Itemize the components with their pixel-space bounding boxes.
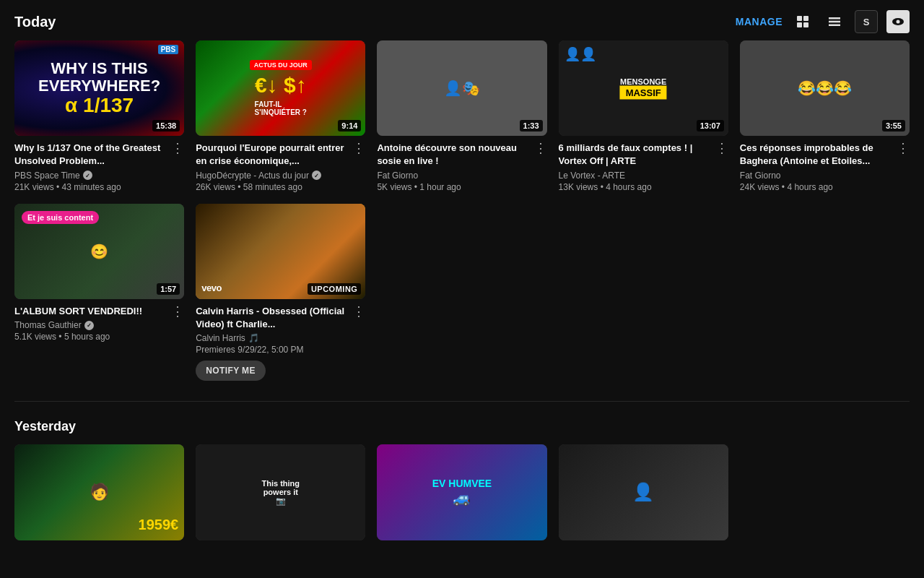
video-options-v5[interactable]: ⋮ xyxy=(897,142,910,155)
card-title-v3: Antoine découvre son nouveau sosie en li… xyxy=(377,142,533,168)
card-title-v1: Why Is 1/137 One of the Greatest Unsolve… xyxy=(14,142,171,168)
video-card-y3[interactable]: EV HUMVEE 🚙 xyxy=(377,444,546,540)
yesterday-title: Yesterday xyxy=(14,416,910,434)
today-video-grid: WHY IS THISEVERYWHERE?α 1/137 PBS 15:38 … xyxy=(14,40,910,192)
upcoming-badge-v7: UPCOMING xyxy=(308,283,362,295)
video-card-y4[interactable]: 👤 xyxy=(559,444,728,540)
video-card-arte[interactable]: MENSONGE MASSIF 👤👤 13:07 6 milliards de … xyxy=(559,40,728,192)
thumbnail-hugo: ACTUS DU JOUR €↓ $↑ FAUT-ILS'INQUIÉTER ?… xyxy=(196,40,365,136)
channel-name-v3: Fat Giorno xyxy=(377,171,418,181)
svg-rect-5 xyxy=(829,21,840,23)
verified-icon-v6 xyxy=(84,321,94,330)
thumb-text-hugo: €↓ $↑ xyxy=(255,73,307,98)
thumbnail-y1: 🧑 1959€ xyxy=(14,444,184,540)
verified-icon-v1 xyxy=(83,171,92,180)
thumb-icon-thomas: 😊 xyxy=(90,243,108,260)
tag-badge-thomas: Et je suis content xyxy=(22,211,99,224)
thumbnail-arte: MENSONGE MASSIF 👤👤 13:07 xyxy=(559,40,728,136)
svg-point-10 xyxy=(897,20,900,24)
thumb-icon-y3: 🚙 xyxy=(432,489,492,506)
svg-rect-2 xyxy=(797,22,802,27)
channel-name-v2: HugoDécrypte - Actus du jour xyxy=(196,171,309,181)
card-info-v1: Why Is 1/137 One of the Greatest Unsolve… xyxy=(14,136,184,191)
video-card-pbs[interactable]: WHY IS THISEVERYWHERE?α 1/137 PBS 15:38 … xyxy=(14,40,184,192)
vevo-logo: vevo xyxy=(201,282,222,293)
card-meta-v5: 24K views • 4 hours ago xyxy=(740,182,910,192)
card-channel-v6: Thomas Gauthier xyxy=(14,320,184,330)
thumb-faces-arte: 👤👤 xyxy=(565,46,596,62)
s-logo-icon: S xyxy=(860,15,873,28)
video-options-v7[interactable]: ⋮ xyxy=(352,305,365,318)
svg-rect-6 xyxy=(829,25,840,27)
video-card-hugo[interactable]: ACTUS DU JOUR €↓ $↑ FAUT-ILS'INQUIÉTER ?… xyxy=(196,40,365,192)
video-options-v2[interactable]: ⋮ xyxy=(352,142,365,155)
video-options-v6[interactable]: ⋮ xyxy=(171,305,184,318)
today-section: WHY IS THISEVERYWHERE?α 1/137 PBS 15:38 … xyxy=(0,40,924,395)
video-options-v3[interactable]: ⋮ xyxy=(534,142,547,155)
svg-rect-3 xyxy=(803,22,808,27)
channel-name-v4: Le Vortex - ARTE xyxy=(559,171,626,181)
card-channel-v4: Le Vortex - ARTE xyxy=(559,171,728,181)
video-card-fat1[interactable]: 👤🎭 1:33 Antoine découvre son nouveau sos… xyxy=(377,40,546,192)
card-meta-v4: 13K views • 4 hours ago xyxy=(559,182,728,192)
thumbnail-fat1: 👤🎭 1:33 xyxy=(377,40,546,136)
list-view-button[interactable] xyxy=(823,10,846,33)
yesterday-section: Yesterday 🧑 1959€ This thingpowers it📷 xyxy=(0,416,924,554)
video-card-fat2[interactable]: 😂😂😂 3:55 Ces réponses improbables de Bag… xyxy=(740,40,910,192)
card-title-v4: 6 milliards de faux comptes ! | Vortex O… xyxy=(559,142,715,168)
card-title-v2: Pourquoi l'Europe pourrait entrer en cri… xyxy=(196,142,352,168)
channel-name-v7: Calvin Harris xyxy=(196,333,245,343)
today-row2: 😊 Et je suis content 1:57 L'ALBUM SORT V… xyxy=(14,204,910,381)
card-meta-v3: 5K views • 1 hour ago xyxy=(377,182,546,192)
section-divider xyxy=(14,401,910,402)
eye-icon xyxy=(891,14,905,29)
manage-button[interactable]: MANAGE xyxy=(736,16,783,27)
video-options-v1[interactable]: ⋮ xyxy=(171,142,184,155)
thumb-icon-fat1: 👤🎭 xyxy=(444,79,480,97)
thumbnail-y2: This thingpowers it📷 xyxy=(196,444,365,540)
duration-badge-v6: 1:57 xyxy=(157,283,180,295)
sponsorblock-button[interactable]: S xyxy=(855,10,878,33)
svg-text:S: S xyxy=(863,17,870,27)
watch-history-button[interactable] xyxy=(886,10,910,33)
video-options-v4[interactable]: ⋮ xyxy=(715,142,728,155)
card-title-v5: Ces réponses improbables de Baghera (Ant… xyxy=(740,142,897,168)
thumb-text-pbs: WHY IS THISEVERYWHERE?α 1/137 xyxy=(38,60,160,117)
card-title-v6: L'ALBUM SORT VENDREDI!! xyxy=(14,305,171,318)
channel-name-v1: PBS Space Time xyxy=(14,171,80,181)
video-card-calvin[interactable]: vevo UPCOMING Calvin Harris - Obsessed (… xyxy=(196,204,365,381)
verified-icon-v2 xyxy=(312,171,321,180)
thumb-text-arte1: MENSONGE xyxy=(620,77,667,86)
card-premiere-v7: Premieres 9/29/22, 5:00 PM xyxy=(196,345,365,355)
notify-button-v7[interactable]: NOTIFY ME xyxy=(196,361,266,381)
page-title: Today xyxy=(14,14,56,30)
card-channel-v3: Fat Giorno xyxy=(377,171,546,181)
video-card-y2[interactable]: This thingpowers it📷 xyxy=(196,444,365,540)
card-title-v7: Calvin Harris - Obsessed (Official Video… xyxy=(196,305,352,331)
card-info-v7: Calvin Harris - Obsessed (Official Video… xyxy=(196,299,365,381)
thumb-icon-fat2: 😂😂😂 xyxy=(798,79,852,97)
thumb-text-y2: This thingpowers it📷 xyxy=(259,476,303,509)
top-bar-right: MANAGE S xyxy=(736,10,910,33)
duration-badge-v2: 9:14 xyxy=(338,120,361,131)
svg-rect-1 xyxy=(803,16,808,21)
thumb-tag-hugo: ACTUS DU JOUR xyxy=(250,60,312,70)
card-info-v6: L'ALBUM SORT VENDREDI!! ⋮ Thomas Gauthie… xyxy=(14,299,184,342)
thumb-text-y3: EV HUMVEE xyxy=(432,478,492,489)
video-card-thomas[interactable]: 😊 Et je suis content 1:57 L'ALBUM SORT V… xyxy=(14,204,184,381)
channel-name-v6: Thomas Gauthier xyxy=(14,320,82,330)
thumbnail-y4: 👤 xyxy=(559,444,728,540)
grid-view-button[interactable] xyxy=(791,10,814,33)
card-meta-v6: 5.1K views • 5 hours ago xyxy=(14,332,184,342)
thumbnail-y3: EV HUMVEE 🚙 xyxy=(377,444,546,540)
card-info-v5: Ces réponses improbables de Baghera (Ant… xyxy=(740,136,910,191)
card-channel-v5: Fat Giorno xyxy=(740,171,910,181)
thumbnail-fat2: 😂😂😂 3:55 xyxy=(740,40,910,136)
video-card-y1[interactable]: 🧑 1959€ xyxy=(14,444,184,540)
thumb-char-y1: 🧑 xyxy=(90,483,109,501)
thumbnail-calvin: vevo UPCOMING xyxy=(196,204,365,299)
duration-badge-v4: 13:07 xyxy=(697,120,724,131)
thumb-text-arte2: MASSIF xyxy=(620,86,667,100)
card-channel-v2: HugoDécrypte - Actus du jour xyxy=(196,171,365,181)
card-channel-v7: Calvin Harris 🎵 xyxy=(196,333,365,343)
